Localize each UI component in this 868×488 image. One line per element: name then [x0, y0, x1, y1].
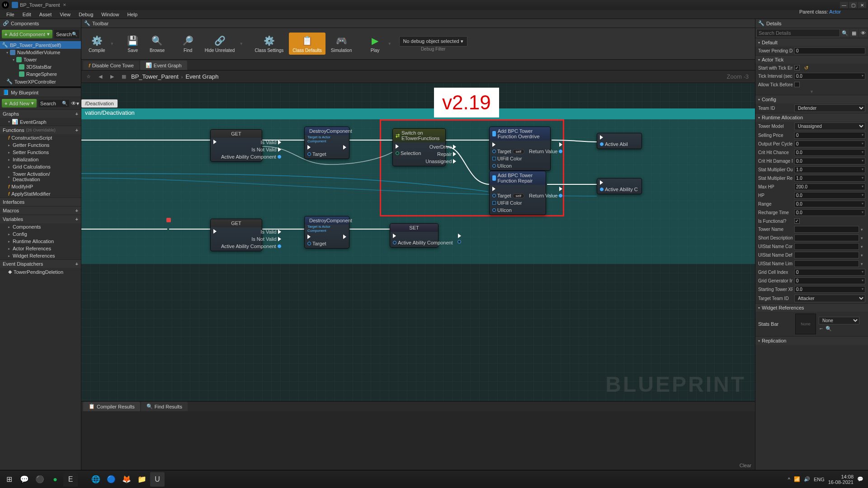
dropdown-icon[interactable]: ▾ — [861, 227, 865, 232]
variables-section[interactable]: Variables+ — [0, 215, 81, 223]
reset-icon[interactable]: ↺ — [804, 65, 808, 71]
view-options-icon[interactable]: 👁▾ — [71, 100, 79, 107]
notifications-icon[interactable]: 💬 — [857, 476, 863, 482]
epic-icon[interactable]: E — [63, 472, 78, 487]
crit-dmg-input[interactable]: 0.0▾ — [794, 158, 865, 164]
category-actortick[interactable]: Actor Tick — [755, 55, 868, 64]
myblueprint-search-input[interactable]: Search🔍 — [38, 100, 69, 107]
node-get[interactable]: GET Is Valid Is Not Valid Active Ability… — [210, 219, 262, 251]
functional-checkbox[interactable]: ✓ — [794, 218, 800, 224]
function-category[interactable]: Grid Calculations — [0, 163, 81, 170]
category-default[interactable]: Default — [755, 38, 868, 47]
category-config[interactable]: Config — [755, 95, 868, 103]
category-runtime[interactable]: Runtime Allocation — [755, 113, 868, 122]
function-category[interactable]: Setter Functions — [0, 149, 81, 156]
reroute-node[interactable] — [166, 218, 171, 222]
add-function-button[interactable]: + — [75, 127, 78, 133]
variable-category[interactable]: Actor References — [0, 245, 81, 252]
function-item[interactable]: fConstructionScript — [0, 134, 81, 141]
category-widget[interactable]: Widget References — [755, 303, 868, 312]
node-add-repair[interactable]: Add BPC Tower Function Repair Target sel… — [489, 171, 546, 215]
selling-price-input[interactable]: 0▾ — [794, 132, 865, 139]
functions-section[interactable]: Functions (26 Overridable)+ — [0, 126, 81, 134]
dispatchers-section[interactable]: Event Dispatchers+ — [0, 259, 81, 268]
expand-indicator[interactable]: ▼ — [755, 89, 868, 95]
play-button[interactable]: ▶Play — [364, 33, 387, 55]
target-team-select[interactable]: Attacker — [794, 295, 865, 302]
graph-item[interactable]: ▾📊EventGraph — [0, 118, 81, 126]
uistatdef-input[interactable] — [794, 252, 859, 258]
node-add-overdrive[interactable]: Add BPC Tower Function Overdrive Target … — [489, 127, 551, 171]
app-icon[interactable]: ⚫ — [33, 472, 47, 487]
comment-tab[interactable]: /Deactivation — [81, 99, 118, 108]
function-item[interactable]: fApplyStatModifier — [0, 190, 81, 197]
component-item[interactable]: 🔧TowerXPController — [0, 78, 81, 85]
component-item[interactable]: RangeSphere — [0, 70, 81, 78]
component-item[interactable]: ▾Tower — [0, 56, 81, 63]
debug-object-select[interactable]: No debug object selected ▾ — [399, 36, 467, 47]
browse-button[interactable]: 🔍Browse — [146, 33, 169, 55]
parent-class-link[interactable]: Actor — [829, 9, 841, 14]
function-category[interactable]: Tower Activation/ Deactivation — [0, 170, 81, 183]
unreal-taskbar-icon[interactable]: U — [150, 472, 165, 487]
firefox-icon[interactable]: 🦊 — [119, 472, 134, 487]
variable-category[interactable]: Config — [0, 230, 81, 238]
clear-button[interactable]: Clear — [740, 463, 751, 468]
tick-before-checkbox[interactable] — [794, 82, 800, 87]
function-item[interactable]: fModifyHP — [0, 183, 81, 190]
browse-asset-icon[interactable]: 🔍 — [826, 326, 832, 332]
hp-input[interactable]: 0.0▾ — [794, 192, 865, 199]
save-button[interactable]: 💾Save — [122, 33, 144, 55]
tick-interval-input[interactable]: 0.0▾ — [794, 73, 865, 80]
range-input[interactable]: 0.0▾ — [794, 201, 865, 207]
tick-enabled-checkbox[interactable]: ✓ — [794, 65, 800, 70]
hide-unrelated-button[interactable]: 🔗Hide Unrelated — [201, 33, 239, 55]
node-get[interactable]: GET Is Valid Is Not Valid Active Ability… — [210, 129, 262, 162]
menu-help[interactable]: Help — [123, 11, 141, 18]
tower-name-input[interactable] — [794, 226, 859, 233]
eye-icon[interactable]: 👁 — [859, 29, 867, 37]
stat-out-input[interactable]: 1.0▾ — [794, 166, 865, 173]
dispatcher-item[interactable]: ◆TowerPendingDeletion — [0, 268, 81, 276]
team-id-select[interactable]: Defender — [794, 104, 865, 112]
recharge-input[interactable]: 0.0▾ — [794, 209, 865, 216]
start-button[interactable]: ⊞ — [2, 472, 16, 487]
add-variable-button[interactable]: + — [75, 216, 78, 222]
home-icon[interactable]: ▦ — [119, 72, 128, 81]
add-graph-button[interactable]: + — [75, 111, 78, 117]
tab-event-graph[interactable]: 📊Event Graph — [140, 61, 187, 70]
start-xp-input[interactable]: 0.0▾ — [794, 286, 865, 293]
menu-view[interactable]: View — [56, 11, 74, 18]
menu-asset[interactable]: Asset — [36, 11, 56, 18]
class-defaults-button[interactable]: 📋Class Defaults — [289, 33, 325, 55]
edge-icon[interactable]: 🌐 — [89, 472, 103, 487]
nav-forward-button[interactable]: ▶ — [108, 72, 117, 81]
favorite-star-icon[interactable]: ☆ — [84, 72, 93, 81]
node-partial[interactable]: Active Ability C — [597, 178, 642, 194]
uistatcore-input[interactable] — [794, 243, 859, 250]
close-tab-icon[interactable]: ✕ — [63, 3, 66, 7]
add-macro-button[interactable]: + — [75, 208, 78, 213]
component-item[interactable]: ▾NavModifierVolume — [0, 49, 81, 56]
compile-button[interactable]: ⚙️Compile — [85, 33, 109, 55]
statsbar-select[interactable]: None — [819, 317, 859, 324]
details-search-input[interactable] — [756, 29, 840, 37]
add-new-button[interactable]: +Add New▾ — [2, 99, 37, 108]
maxhp-input[interactable]: 200.0▾ — [794, 183, 865, 190]
node-switch[interactable]: ⇄Switch on ETowerFunctions Selection Ove… — [392, 128, 446, 166]
nav-back-button[interactable]: ◀ — [96, 72, 105, 81]
simulation-button[interactable]: 🎮Simulation — [327, 33, 356, 55]
variable-category[interactable]: Components — [0, 223, 81, 230]
macros-section[interactable]: Macros+ — [0, 206, 81, 215]
function-category[interactable]: Getter Functions — [0, 141, 81, 149]
graph-canvas[interactable]: /Deactivation vation/Deactivation v2.19 — [81, 83, 755, 401]
node-partial[interactable]: Active Abil — [597, 133, 642, 149]
taskview-icon[interactable]: 💬 — [17, 472, 32, 487]
volume-icon[interactable]: 🔊 — [804, 476, 810, 482]
wifi-icon[interactable]: 📶 — [794, 476, 800, 482]
use-asset-icon[interactable]: ← — [819, 326, 824, 332]
menu-debug[interactable]: Debug — [75, 11, 97, 18]
components-search-input[interactable]: Search🔍 — [54, 30, 79, 38]
minimize-button[interactable]: ― — [840, 2, 848, 8]
chrome-icon[interactable]: 🔵 — [104, 472, 118, 487]
